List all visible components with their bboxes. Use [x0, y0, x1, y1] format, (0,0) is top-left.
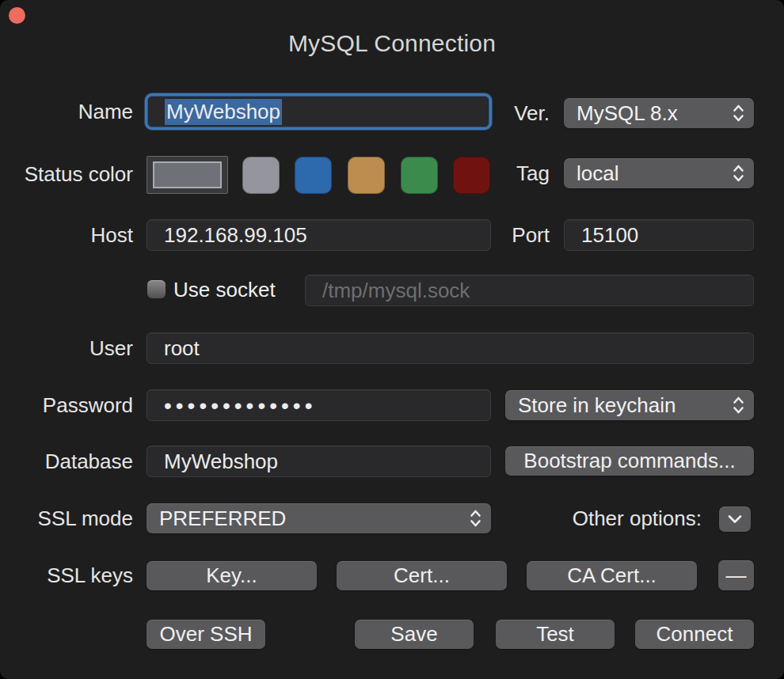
ssl-key-button[interactable]: Key...	[147, 561, 317, 590]
user-value: root	[164, 336, 200, 361]
status-color-current-swatch	[153, 161, 222, 188]
use-socket-label: Use socket	[173, 278, 276, 302]
bootstrap-commands-button[interactable]: Bootstrap commands...	[505, 446, 754, 476]
host-value: 192.168.99.105	[164, 223, 307, 248]
connect-button[interactable]: Connect	[635, 620, 754, 649]
password-label: Password	[0, 389, 133, 421]
dialog-title: MySQL Connection	[0, 30, 784, 57]
tag-dropdown[interactable]: local	[564, 158, 754, 188]
status-color-well[interactable]	[147, 156, 228, 194]
status-color-label: Status color	[0, 158, 133, 190]
version-label: Ver.	[417, 98, 550, 128]
version-dropdown-value: MySQL 8.x	[577, 101, 678, 126]
name-label: Name	[0, 96, 133, 127]
chevron-down-icon	[727, 514, 743, 524]
name-value-selected-text: MyWebshop	[165, 99, 282, 125]
updown-chevron-icon	[732, 163, 745, 184]
mysql-connection-dialog: MySQL Connection Name MyWebshop Ver. MyS…	[0, 0, 784, 679]
port-value: 15100	[581, 223, 638, 248]
other-options-label: Other options:	[515, 506, 702, 532]
port-label: Port	[417, 219, 550, 251]
port-input[interactable]: 15100	[564, 219, 754, 251]
test-button[interactable]: Test	[496, 620, 615, 649]
over-ssh-button[interactable]: Over SSH	[147, 620, 265, 649]
ssl-keys-remove-button[interactable]: —	[718, 560, 754, 590]
updown-chevron-icon	[732, 395, 745, 416]
ssl-mode-dropdown-value: PREFERRED	[159, 506, 286, 531]
other-options-disclosure-button[interactable]	[719, 506, 751, 532]
database-value: MyWebshop	[164, 450, 278, 474]
status-swatch-tan[interactable]	[348, 157, 385, 194]
password-input[interactable]: •••••••••••••	[147, 389, 491, 421]
keychain-dropdown-value: Store in keychain	[518, 393, 676, 418]
socket-path-input[interactable]: /tmp/mysql.sock	[305, 275, 754, 306]
close-window-button[interactable]	[9, 7, 25, 24]
tag-label: Tag	[417, 158, 550, 188]
ssl-keys-label: SSL keys	[0, 561, 133, 590]
updown-chevron-icon	[732, 103, 745, 124]
database-label: Database	[0, 446, 133, 477]
use-socket-checkbox[interactable]	[147, 280, 166, 298]
save-button[interactable]: Save	[355, 620, 474, 649]
ssl-mode-dropdown[interactable]: PREFERRED	[147, 503, 491, 533]
user-label: User	[0, 332, 133, 364]
status-swatch-blue[interactable]	[295, 157, 332, 194]
password-value: •••••••••••••	[164, 393, 316, 417]
updown-chevron-icon	[469, 508, 482, 529]
status-swatch-gray[interactable]	[242, 157, 280, 194]
socket-path-placeholder: /tmp/mysql.sock	[322, 279, 470, 303]
tag-dropdown-value: local	[577, 161, 618, 186]
version-dropdown[interactable]: MySQL 8.x	[564, 98, 754, 128]
host-label: Host	[0, 219, 133, 251]
database-input[interactable]: MyWebshop	[147, 446, 491, 477]
ssl-cert-button[interactable]: Cert...	[337, 561, 507, 590]
keychain-dropdown[interactable]: Store in keychain	[505, 390, 754, 420]
ssl-mode-label: SSL mode	[0, 503, 133, 533]
user-input[interactable]: root	[147, 332, 754, 364]
ssl-ca-cert-button[interactable]: CA Cert...	[527, 561, 697, 590]
